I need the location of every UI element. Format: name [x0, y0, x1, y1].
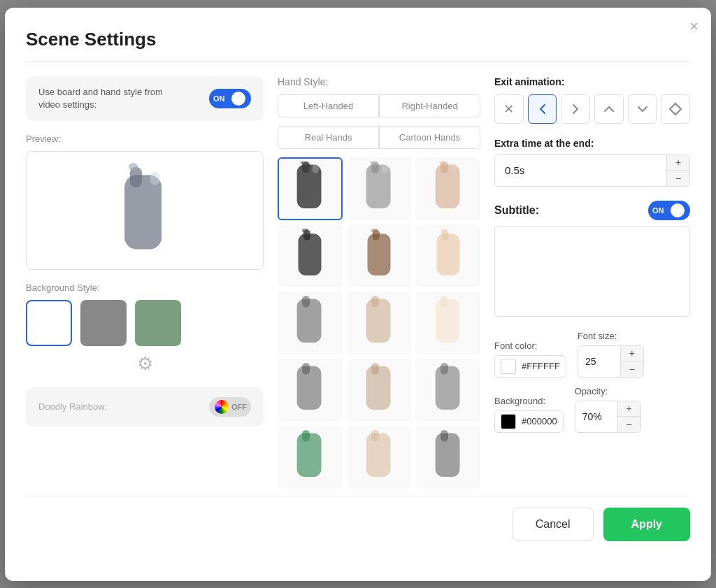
toggle-circle	[231, 92, 245, 106]
anim-icon-x[interactable]: ✕	[494, 94, 524, 124]
font-color-group: Font color: #FFFFFF	[494, 340, 566, 378]
anim-icon-down[interactable]	[628, 94, 657, 124]
bg-color-hex: #000000	[522, 416, 557, 426]
divider	[26, 62, 690, 62]
font-color-swatch[interactable]	[501, 359, 516, 374]
bg-color-group: Background: #000000	[494, 396, 564, 433]
tab-left-handed[interactable]: Left-Handed	[278, 94, 379, 117]
preview-box	[26, 151, 264, 270]
video-settings-toggle[interactable]: ON	[209, 89, 251, 108]
left-panel: Use board and hand style from video sett…	[26, 76, 264, 426]
extra-time-input[interactable]	[495, 157, 666, 183]
modal-title: Scene Settings	[26, 29, 690, 50]
subtitle-textarea[interactable]	[494, 226, 690, 317]
svg-rect-11	[382, 164, 388, 173]
subtitle-toggle[interactable]: ON	[648, 201, 690, 220]
font-size-increment[interactable]: +	[621, 346, 643, 361]
svg-rect-0	[124, 175, 162, 249]
bg-style-label: Background Style:	[26, 282, 264, 293]
extra-time-decrement[interactable]: −	[667, 171, 689, 186]
anim-icon-left[interactable]	[528, 94, 557, 124]
hand-option-15[interactable]	[415, 426, 480, 489]
right-panel: Exit animation: ✕ Extra ti	[494, 76, 690, 447]
hand-option-11[interactable]	[347, 359, 412, 422]
hand-option-4[interactable]	[278, 224, 343, 287]
anim-icon-up[interactable]	[594, 94, 624, 124]
apply-button[interactable]: Apply	[603, 508, 690, 541]
modal-footer: Cancel Apply	[26, 496, 690, 541]
hand-option-9[interactable]	[415, 292, 480, 354]
hand-option-6[interactable]	[415, 224, 480, 287]
doodly-rainbow-toggle[interactable]: OFF	[209, 397, 251, 417]
bg-swatch-white[interactable]	[26, 300, 72, 346]
svg-rect-26	[302, 296, 310, 308]
bg-color-label: Background:	[494, 396, 564, 406]
bg-swatch-gray[interactable]	[80, 300, 127, 346]
hand-option-10[interactable]	[278, 359, 343, 422]
hand-option-8[interactable]	[347, 292, 412, 354]
opacity-label: Opacity:	[575, 386, 641, 396]
anim-icon-diamond[interactable]	[661, 94, 690, 124]
doodly-rainbow-label: Doodly Rainbow:	[38, 401, 107, 412]
exit-animation-label: Exit animation:	[494, 76, 690, 87]
rainbow-icon	[215, 400, 229, 414]
exit-animation-icons-row: ✕	[494, 94, 690, 124]
hand-option-2[interactable]	[347, 157, 412, 220]
bg-colors-row	[26, 300, 264, 346]
middle-panel: Hand Style: Left-Handed Right-Handed Rea…	[278, 76, 480, 489]
svg-rect-15	[450, 164, 457, 173]
font-color-label: Font color:	[494, 340, 566, 351]
svg-rect-16	[299, 234, 322, 275]
cancel-button[interactable]: Cancel	[513, 508, 594, 541]
opacity-decrement[interactable]: −	[618, 417, 640, 432]
hand-option-7[interactable]	[278, 292, 343, 354]
subtitle-toggle-label: ON	[652, 206, 664, 215]
svg-rect-3	[150, 171, 160, 185]
subtitle-row: Subtitle: ON	[494, 201, 690, 220]
font-size-decrement[interactable]: −	[621, 361, 643, 377]
anim-icon-right[interactable]	[561, 94, 590, 124]
opacity-input[interactable]	[575, 407, 617, 426]
hand-option-12[interactable]	[415, 359, 480, 422]
svg-rect-38	[302, 430, 310, 442]
hand-grid	[278, 157, 480, 489]
bg-swatch-green[interactable]	[135, 300, 181, 346]
font-size-label: Font size:	[578, 331, 644, 341]
arrow-down-icon	[636, 102, 650, 116]
hand-option-1[interactable]	[278, 157, 343, 220]
hand-option-14[interactable]	[347, 426, 412, 489]
eraser-icon	[668, 102, 682, 116]
opacity-increment[interactable]: +	[618, 401, 640, 417]
gear-icon-wrap: ⚙	[26, 353, 264, 375]
video-settings-text: Use board and hand style from video sett…	[38, 86, 164, 111]
tab-real-hands[interactable]: Real Hands	[278, 126, 379, 149]
gear-icon[interactable]: ⚙	[137, 353, 153, 375]
subtitle-toggle-circle	[671, 203, 685, 217]
hand-option-13[interactable]	[278, 426, 343, 489]
doodly-toggle-label: OFF	[231, 403, 247, 411]
subtitle-label: Subtitle:	[494, 204, 539, 217]
tab-cartoon-hands[interactable]: Cartoon Hands	[379, 126, 480, 149]
modal-body: Use board and hand style from video sett…	[26, 76, 690, 489]
bg-controls-row: Background: #000000 Opacity: + −	[494, 386, 690, 433]
scene-settings-modal: × Scene Settings Use board and hand styl…	[5, 8, 711, 581]
extra-time-increment[interactable]: +	[667, 155, 689, 171]
font-size-input[interactable]	[578, 352, 620, 371]
video-settings-toggle-label: ON	[213, 94, 225, 103]
extra-time-stepper: + −	[666, 155, 689, 186]
hand-option-3[interactable]	[415, 157, 480, 220]
font-color-input-row: #FFFFFF	[494, 355, 566, 378]
hand-style-label: Hand Style:	[278, 76, 480, 87]
tab-right-handed[interactable]: Right-Handed	[379, 94, 480, 117]
svg-rect-7	[313, 164, 319, 173]
handedness-tab-row: Left-Handed Right-Handed	[278, 94, 480, 117]
hand-option-5[interactable]	[347, 224, 412, 287]
bg-color-swatch[interactable]	[501, 414, 516, 429]
bg-color-input-row: #000000	[494, 410, 564, 433]
font-size-input-row: + −	[578, 345, 644, 378]
close-button[interactable]: ×	[689, 19, 699, 34]
font-size-stepper: + −	[620, 346, 643, 377]
svg-rect-22	[436, 234, 459, 275]
font-controls-row: Font color: #FFFFFF Font size: + −	[494, 331, 690, 378]
background-style-section: Background Style: ⚙	[26, 282, 264, 375]
